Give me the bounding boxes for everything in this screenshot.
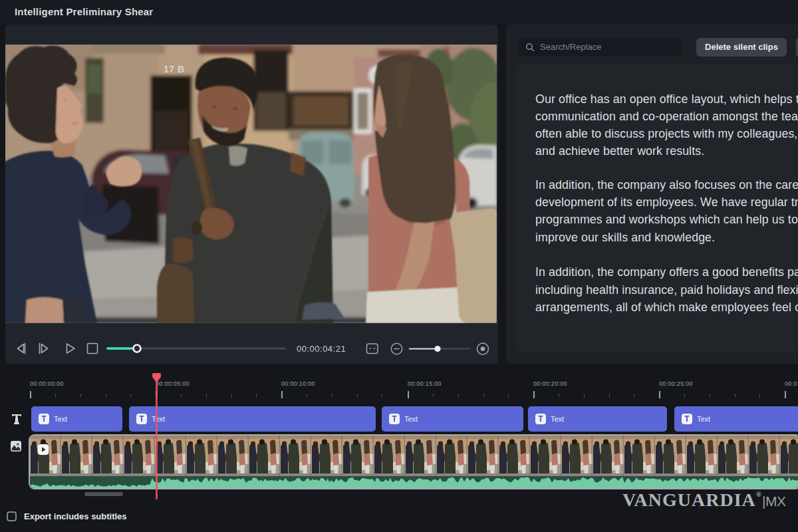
- svg-text:00:00:04:21: 00:00:04:21: [297, 344, 346, 354]
- svg-text:17 B: 17 B: [164, 64, 185, 74]
